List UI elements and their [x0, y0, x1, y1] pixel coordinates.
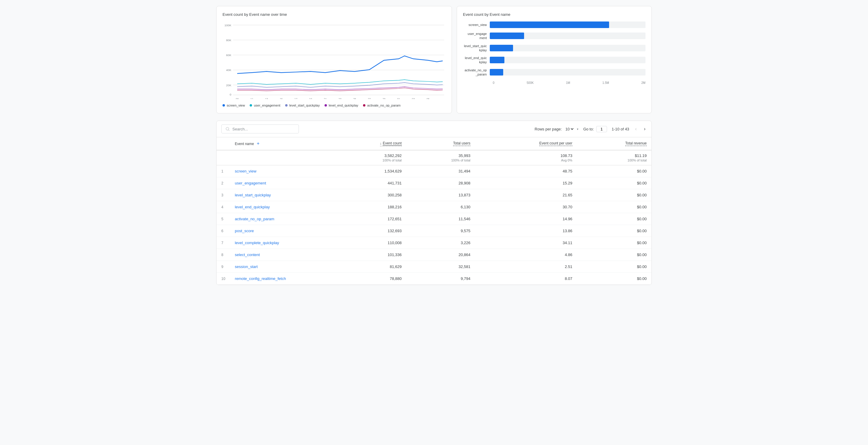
- bar-fill-level-end: [490, 57, 504, 63]
- row-num: 3: [217, 189, 230, 201]
- legend-label-user-engagement: user_engagement: [254, 103, 280, 107]
- page-container: Event count by Event name over time 100K…: [210, 0, 658, 291]
- row-revenue: $0.00: [577, 165, 651, 177]
- table-row: 2 user_engagement 441,731 28,908 15.29 $…: [217, 177, 651, 189]
- event-name-link[interactable]: post_score: [235, 229, 254, 233]
- bar-chart-title: Event count by Event name: [463, 12, 646, 17]
- row-event-name: select_content: [230, 249, 331, 261]
- line-chart-legend: screen_view user_engagement level_start_…: [222, 103, 446, 107]
- row-event-name: user_engagement: [230, 177, 331, 189]
- row-ecpu: 21.65: [475, 189, 577, 201]
- svg-text:13: 13: [265, 97, 268, 99]
- row-event-count: 132,693: [331, 225, 406, 237]
- row-total-users: 13,873: [407, 189, 475, 201]
- row-num: 1: [217, 165, 230, 177]
- x-label-0: 0: [493, 81, 495, 85]
- table-header-row: Event name + ↓ Event count Total users: [217, 137, 651, 150]
- event-name-link[interactable]: user_engagement: [235, 181, 266, 185]
- event-name-link[interactable]: select_content: [235, 253, 260, 257]
- legend-label-screen-view: screen_view: [227, 103, 245, 107]
- row-ecpu: 2.51: [475, 261, 577, 273]
- bar-track-screen-view: [490, 22, 646, 28]
- row-total-users: 32,581: [407, 261, 475, 273]
- svg-text:0: 0: [230, 93, 231, 96]
- row-event-count: 81,629: [331, 261, 406, 273]
- event-name-link[interactable]: level_end_quickplay: [235, 205, 270, 209]
- row-event-name: level_end_quickplay: [230, 201, 331, 213]
- legend-item-screen-view: screen_view: [222, 103, 245, 107]
- event-name-link[interactable]: screen_view: [235, 169, 256, 173]
- legend-item-user-engagement: user_engagement: [250, 103, 280, 107]
- th-ecpu-label: Event count per user: [539, 141, 572, 146]
- svg-text:40K: 40K: [226, 68, 231, 71]
- bar-row-level-start: level_start_quickplay: [463, 44, 646, 53]
- row-event-count: 110,008: [331, 237, 406, 249]
- table-row: 6 post_score 132,693 9,575 13.86 $0.00: [217, 225, 651, 237]
- legend-dot-activate: [363, 104, 365, 107]
- bar-label-screen-view: screen_view: [463, 23, 490, 27]
- x-label-500k: 500K: [527, 81, 534, 85]
- row-ecpu: 4.86: [475, 249, 577, 261]
- row-total-users: 3,226: [407, 237, 475, 249]
- summary-num: [217, 150, 230, 165]
- row-event-name: activate_no_op_param: [230, 213, 331, 225]
- th-total-users[interactable]: Total users: [407, 137, 475, 150]
- search-icon: [225, 126, 230, 131]
- line-chart-title: Event count by Event name over time: [222, 12, 446, 17]
- svg-text:29: 29: [382, 97, 385, 99]
- table-body: 3,582,292 100% of total 35,993 100% of t…: [217, 150, 651, 285]
- add-column-button[interactable]: +: [255, 141, 261, 146]
- svg-text:21: 21: [324, 97, 327, 99]
- summary-event-name: [230, 150, 331, 165]
- th-event-count-per-user[interactable]: Event count per user: [475, 137, 577, 150]
- th-event-name: Event name +: [230, 137, 331, 150]
- summary-revenue: $11.19 100% of total: [577, 150, 651, 165]
- bar-fill-screen-view: [490, 22, 609, 28]
- bar-track-activate: [490, 69, 646, 76]
- bar-row-user-engagement: user_engagement: [463, 32, 646, 40]
- svg-line-29: [228, 130, 229, 131]
- x-label-1-5m: 1.5M: [602, 81, 609, 85]
- legend-item-level-start: level_start_quickplay: [285, 103, 320, 107]
- rows-per-page-select[interactable]: 10 25 50: [564, 126, 575, 131]
- search-box[interactable]: Search...: [221, 124, 299, 134]
- table-card: Search... Rows per page: 10 25 50 ▾ Go t…: [216, 121, 652, 285]
- svg-text:01: 01: [397, 97, 400, 99]
- row-event-name: level_start_quickplay: [230, 189, 331, 201]
- event-name-link[interactable]: activate_no_op_param: [235, 217, 274, 221]
- svg-point-28: [226, 127, 229, 130]
- bar-track-user-engagement: [490, 32, 646, 39]
- bar-label-user-engagement: user_engagement: [463, 32, 490, 40]
- row-total-users: 20,864: [407, 249, 475, 261]
- rows-per-page-label: Rows per page:: [534, 127, 562, 131]
- event-name-link[interactable]: remote_config_realtime_fetch: [235, 276, 286, 281]
- bar-chart-card: Event count by Event name screen_view us…: [457, 6, 652, 113]
- th-total-revenue[interactable]: Total revenue: [577, 137, 651, 150]
- svg-text:27: 27: [368, 97, 371, 99]
- event-name-link[interactable]: level_start_quickplay: [235, 193, 271, 197]
- row-total-users: 31,494: [407, 165, 475, 177]
- event-name-link[interactable]: level_complete_quickplay: [235, 241, 279, 245]
- row-event-name: session_start: [230, 261, 331, 273]
- line-chart-area: 100K 80K 60K 40K 20K 0 09 Apr: [222, 22, 446, 100]
- row-event-count: 1,534,629: [331, 165, 406, 177]
- row-revenue: $0.00: [577, 225, 651, 237]
- bar-fill-level-start: [490, 45, 513, 51]
- row-ecpu: 8.07: [475, 273, 577, 285]
- row-revenue: $0.00: [577, 177, 651, 189]
- table-row: 10 remote_config_realtime_fetch 78,880 9…: [217, 273, 651, 285]
- row-ecpu: 48.75: [475, 165, 577, 177]
- row-num: 10: [217, 273, 230, 285]
- th-event-count-label: Event count: [383, 141, 402, 146]
- page-info: 1-10 of 43: [612, 127, 629, 131]
- svg-text:11: 11: [250, 97, 253, 99]
- th-event-count[interactable]: ↓ Event count: [331, 137, 406, 150]
- summary-total-users: 35,993 100% of total: [407, 150, 475, 165]
- goto-section: Go to:: [583, 126, 607, 132]
- prev-page-button[interactable]: ‹: [634, 126, 638, 132]
- event-name-link[interactable]: session_start: [235, 264, 258, 269]
- bar-label-level-start: level_start_quickplay: [463, 44, 490, 53]
- next-page-button[interactable]: ›: [643, 126, 647, 132]
- goto-input[interactable]: [596, 126, 607, 132]
- row-event-count: 101,336: [331, 249, 406, 261]
